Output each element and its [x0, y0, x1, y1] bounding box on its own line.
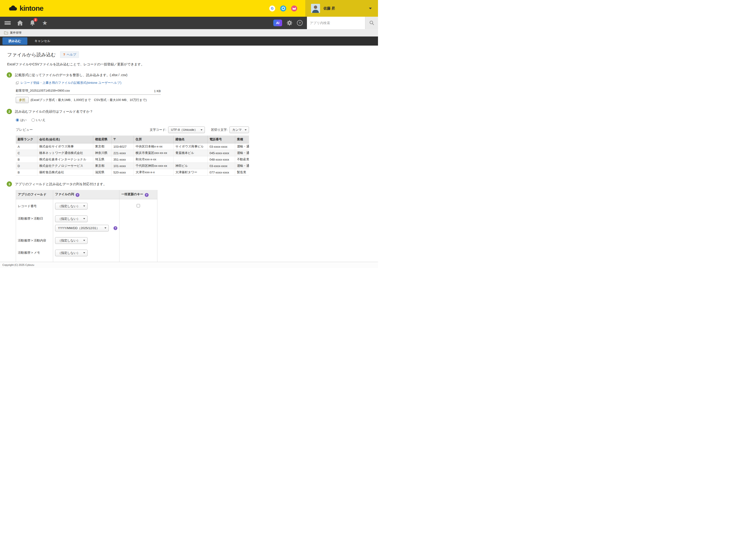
- cell: 不動産業: [235, 156, 249, 163]
- google-service-icon[interactable]: G: [269, 6, 275, 12]
- home-button[interactable]: [14, 17, 26, 29]
- activity-date-column-select[interactable]: （指定しない）: [55, 216, 87, 222]
- cell: 株式会社倉本インターナショナル: [37, 156, 93, 163]
- cell: 運輸・通信業: [235, 150, 249, 156]
- cell: 048-xxxx-xxxx: [207, 156, 235, 163]
- cell: 03-xxxx-xxxx: [207, 144, 235, 150]
- cell: 中央区日本橋x-x-xx: [134, 144, 173, 150]
- caret-down-icon: [245, 129, 247, 131]
- user-menu[interactable]: 佐藤 昇: [305, 0, 378, 17]
- table-row: D株式会社テクノロジーサービス東京都101-xxxx千代田区神田xx-xxx-x…: [16, 163, 249, 169]
- col-header: 建物名: [173, 136, 207, 144]
- ai-label: AI: [276, 21, 279, 25]
- import-button[interactable]: 読み込む: [2, 37, 27, 45]
- select-value: （指定しない）: [58, 204, 80, 208]
- format-doc-link[interactable]: レコード登録・上書き用のファイルの記載形式(kintone ユーザーヘルプ): [20, 81, 121, 85]
- cell: C: [16, 150, 37, 156]
- radio-no[interactable]: いいえ: [31, 118, 46, 122]
- cell: 大津篠村タワー: [173, 169, 207, 176]
- date-format-select[interactable]: YYYY/MM/DD（2025/12/31）: [55, 225, 109, 231]
- encoding-value: UTF-8（Unicode）: [171, 128, 198, 132]
- file-column-cell: （指定しない）: [53, 234, 119, 247]
- col-header: 〒: [111, 136, 134, 144]
- folder-icon: [4, 31, 8, 34]
- table-row: B株式会社倉本インターナショナル埼玉県351-xxxx和光市xxx-x-xx04…: [16, 156, 249, 163]
- envelope-icon: [293, 7, 296, 10]
- select-value: （指定しない）: [58, 251, 80, 255]
- notifications-button[interactable]: 2: [26, 17, 39, 29]
- cell: D: [16, 163, 37, 169]
- activity-detail-column-select[interactable]: （指定しない）: [55, 237, 87, 244]
- menu-button[interactable]: [1, 17, 14, 29]
- file-size: 1 KB: [154, 89, 161, 93]
- help-button[interactable]: ?: [297, 20, 303, 26]
- mapping-row: レコード番号 （指定しない）: [16, 199, 157, 213]
- preview-label: プレビュー: [16, 128, 33, 132]
- radio-yes[interactable]: はい: [16, 118, 27, 122]
- update-key-cell: [119, 199, 157, 213]
- mapping-row: 活動履歴 > 活動日 （指定しない） YYYY/MM/DD（2025/12/31…: [16, 213, 157, 234]
- google-letter: G: [271, 7, 273, 10]
- delimiter-select[interactable]: カンマ: [230, 126, 249, 133]
- cell: 221-xxxx: [111, 150, 134, 156]
- file-column-cell: （指定しない） YYYY/MM/DD（2025/12/31） ?: [53, 213, 119, 234]
- logo-text: kintone: [19, 4, 44, 13]
- cell: 横浜市青葉区xxx-xx-xx: [134, 150, 173, 156]
- action-bar: 読み込む キャンセル: [0, 37, 378, 46]
- step2-number-badge: 2: [7, 109, 12, 114]
- cell: 東京都: [93, 163, 111, 169]
- ai-assistant-button[interactable]: AI: [273, 19, 282, 26]
- field-label: レコード番号: [16, 199, 53, 213]
- memo-column-select[interactable]: （指定しない）: [55, 250, 87, 256]
- cell: 077-xxxx-xxxx: [207, 169, 235, 176]
- encoding-select[interactable]: UTF-8（Unicode）: [168, 126, 205, 133]
- caret-down-icon: [83, 252, 85, 253]
- file-column-help-icon[interactable]: ?: [76, 193, 79, 197]
- field-mapping-table-wrap: アプリのフィールド ファイルの列? 一括更新のキー? レコード番号 （指定しない…: [16, 190, 157, 268]
- update-key-checkbox[interactable]: [137, 204, 140, 207]
- favorites-button[interactable]: ★: [39, 17, 51, 29]
- col-update-key-label: 一括更新のキー: [121, 192, 143, 196]
- breadcrumb-app-name[interactable]: 案件管理: [10, 31, 21, 35]
- preview-controls: プレビュー 文字コード: UTF-8（Unicode） 区切り文字: カンマ: [16, 126, 249, 133]
- question-mark-icon: ？: [63, 52, 66, 57]
- mail-service-icon[interactable]: [291, 6, 297, 12]
- kintone-logo[interactable]: kintone: [0, 4, 44, 13]
- settings-button[interactable]: [286, 20, 293, 26]
- table-row: C橋本ネットワーク通信株式会社神奈川県221-xxxx横浜市青葉区xxx-xx-…: [16, 150, 249, 156]
- cell: 351-xxxx: [111, 156, 134, 163]
- cell: A: [16, 144, 37, 150]
- kintone-logo-icon: [8, 5, 18, 12]
- page-title: ファイルから読み込む: [7, 51, 56, 58]
- circle-service-icon[interactable]: [280, 6, 286, 12]
- preview-header-row: 顧客ランク 会社名(会社名) 都道府県 〒 住所 建物名 電話番号 業種: [16, 136, 249, 144]
- record-number-column-select[interactable]: （指定しない）: [55, 203, 87, 210]
- page-help-link[interactable]: ？ ヘルプ: [60, 51, 79, 58]
- update-key-cell: [119, 213, 157, 234]
- browse-button[interactable]: 参照: [16, 97, 29, 103]
- search-icon: [369, 20, 374, 25]
- help-link-label: ヘルプ: [67, 52, 76, 57]
- search-input[interactable]: [307, 17, 365, 29]
- service-icons: G: [269, 6, 297, 12]
- cancel-button[interactable]: キャンセル: [35, 39, 50, 43]
- step1-text: 記載形式に従ってファイルのデータを整形し、読み込みます。(.xlsx / .cs…: [15, 72, 127, 77]
- cell: 運輸・通信業: [235, 163, 249, 169]
- col-app-field: アプリのフィールド: [16, 190, 53, 199]
- radio-no-label: いいえ: [36, 118, 46, 122]
- cell: 製造業: [235, 169, 249, 176]
- header-row-no-radio[interactable]: [31, 118, 35, 122]
- update-key-help-icon[interactable]: ?: [145, 193, 148, 197]
- date-format-help-icon[interactable]: ?: [113, 226, 117, 230]
- cell: 篠村食品株式会社: [37, 169, 93, 176]
- copyright-text: Copyright (C) 2025 Cybozu: [2, 263, 34, 266]
- step3-text: アプリのフィールドと読み込むデータの列を対応付けます。: [15, 182, 107, 186]
- table-row: B篠村食品株式会社滋賀県520-xxxx大津市xxx-x-x大津篠村タワー077…: [16, 169, 249, 176]
- page-description: ExcelファイルやCSVファイルを読み込むことで、レコードの一括登録／更新がで…: [7, 62, 378, 67]
- step3-number-badge: 3: [7, 182, 12, 186]
- update-key-cell: [119, 234, 157, 247]
- search-button[interactable]: [365, 17, 378, 29]
- cell: 103-6027: [111, 144, 134, 150]
- cell: 滋賀県: [93, 169, 111, 176]
- header-row-yes-radio[interactable]: [16, 118, 19, 122]
